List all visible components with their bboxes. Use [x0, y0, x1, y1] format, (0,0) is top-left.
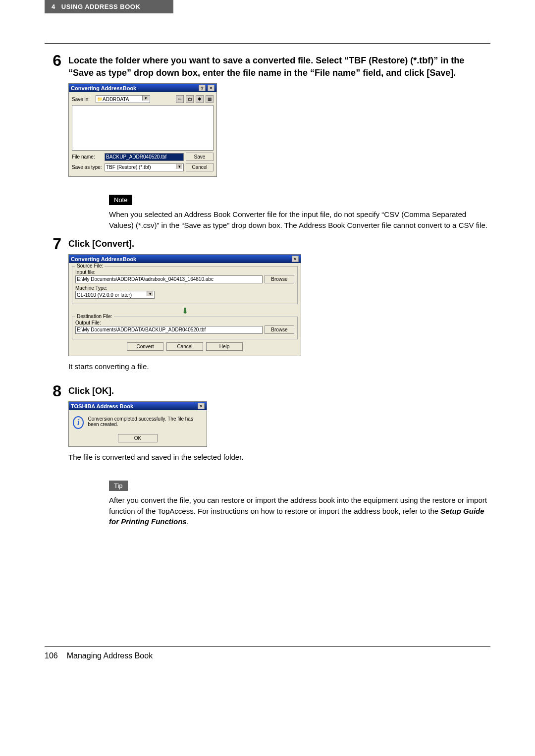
browse-button[interactable]: Browse	[265, 325, 294, 334]
convert-button[interactable]: Convert	[127, 342, 163, 351]
output-file-label: Output File:	[75, 320, 294, 325]
step-8: 8 Click [OK]. TOSHIBA Address Book × i C…	[45, 383, 490, 468]
tip-text-pre: After you convert the file, you can rest…	[109, 496, 487, 515]
convert-dialog-titlebar: Converting AddressBook ×	[69, 255, 301, 263]
step-7-number: 7	[45, 236, 68, 377]
up-folder-icon[interactable]: 🗀	[186, 95, 194, 103]
machine-type-select[interactable]: GL-1010 (V2.0.0 or later)	[75, 291, 155, 299]
save-dialog-titlebar: Converting AddressBook ? ×	[69, 84, 216, 92]
note-badge: Note	[109, 195, 132, 205]
filename-input[interactable]: BACKUP_ADDR040520.tbf	[105, 153, 184, 161]
source-legend: Source File:	[75, 263, 105, 269]
back-icon[interactable]: ⇦	[176, 95, 184, 103]
savetype-label: Save as type:	[72, 164, 103, 170]
step-6-number: 6	[45, 53, 68, 182]
machine-type-label: Machine Type:	[75, 285, 294, 291]
convert-dialog-title: Converting AddressBook	[71, 256, 136, 262]
save-in-value: ADDRDATA	[103, 97, 129, 102]
convert-dialog: Converting AddressBook × Source File: In…	[68, 254, 301, 356]
cancel-button[interactable]: Cancel	[186, 163, 214, 171]
save-dialog: Converting AddressBook ? × Save in: 📁 AD…	[68, 83, 217, 177]
ok-dialog-titlebar: TOSHIBA Address Book ×	[69, 402, 207, 410]
save-dialog-title: Converting AddressBook	[71, 85, 136, 91]
ok-dialog-title: TOSHIBA Address Book	[71, 403, 133, 409]
tip-badge: Tip	[109, 481, 128, 491]
step-6: 6 Locate the folder where you want to sa…	[45, 53, 490, 182]
destination-fieldset: Destination File: Output File: E:\My Doc…	[72, 317, 298, 339]
step-6-heading: Locate the folder where you want to save…	[68, 54, 490, 79]
page: 4 USING ADDRESS BOOK 6 Locate the folder…	[0, 0, 535, 680]
tip-text-post: .	[187, 517, 189, 526]
help-button[interactable]: Help	[206, 342, 243, 351]
ok-dialog-message: Conversion completed successfully. The f…	[88, 416, 203, 427]
note-text: When you selected an Address Book Conver…	[109, 209, 490, 231]
step-8-number: 8	[45, 383, 68, 468]
note-block: Note When you selected an Address Book C…	[109, 188, 490, 231]
close-icon[interactable]: ×	[198, 403, 205, 409]
close-icon[interactable]: ×	[208, 85, 214, 91]
footer-section: Managing Address Book	[67, 651, 153, 660]
source-fieldset: Source File: Input file: E:\My Documents…	[72, 266, 298, 304]
header-bar: 4 USING ADDRESS BOOK	[45, 0, 173, 13]
new-folder-icon[interactable]: ✱	[196, 95, 204, 103]
step-8-after: The file is converted and saved in the s…	[68, 452, 490, 463]
filename-label: File name:	[72, 154, 103, 160]
input-file-field[interactable]: E:\My Documents\ADDRDATA\adrsbook_040413…	[75, 275, 263, 283]
tip-text: After you convert the file, you can rest…	[109, 495, 490, 527]
close-icon[interactable]: ×	[292, 256, 299, 262]
page-number: 106	[45, 651, 58, 660]
output-file-field[interactable]: E:\My Documents\ADDRDATA\BACKUP_ADDR0405…	[75, 326, 263, 334]
save-in-label: Save in:	[72, 97, 94, 102]
destination-legend: Destination File:	[75, 314, 114, 319]
chapter-number: 4	[52, 3, 55, 10]
ok-button[interactable]: OK	[118, 434, 158, 442]
input-file-label: Input file:	[75, 270, 294, 275]
footer: 106 Managing Address Book	[45, 646, 490, 660]
step-7: 7 Click [Convert]. Converting AddressBoo…	[45, 236, 490, 377]
help-icon[interactable]: ?	[199, 85, 206, 91]
browse-button[interactable]: Browse	[265, 275, 294, 283]
info-icon: i	[73, 416, 84, 429]
tip-block: Tip After you convert the file, you can …	[109, 474, 490, 527]
step-8-heading: Click [OK].	[68, 385, 490, 397]
cancel-button[interactable]: Cancel	[166, 342, 203, 351]
top-rule	[45, 43, 490, 44]
save-in-select[interactable]: 📁 ADDRDATA	[96, 95, 150, 103]
savetype-select[interactable]: TBF (Restore) (*.tbf)	[105, 163, 184, 171]
file-list-area[interactable]	[72, 105, 214, 151]
step-7-after: It starts converting a file.	[68, 361, 490, 372]
view-icon[interactable]: ▦	[206, 95, 214, 103]
ok-dialog: TOSHIBA Address Book × i Conversion comp…	[68, 401, 207, 447]
step-7-heading: Click [Convert].	[68, 238, 490, 250]
save-button[interactable]: Save	[186, 153, 214, 161]
chapter-title: USING ADDRESS BOOK	[61, 3, 140, 10]
